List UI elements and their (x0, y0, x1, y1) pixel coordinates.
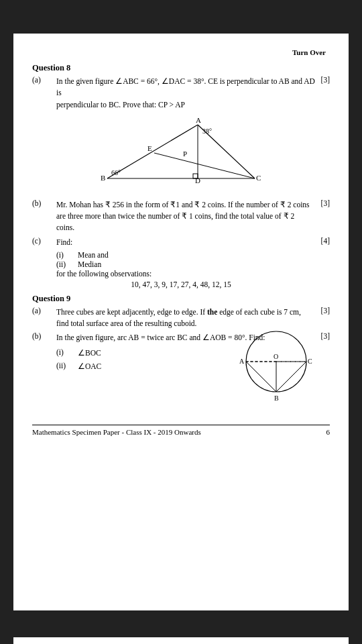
q9b-sub-ii-text: ∠OAC (78, 362, 216, 371)
footer-bar: Mathematics Specimen Paper - Class IX - … (32, 425, 330, 436)
triangle-figure: A B C D E P 38° 66° (32, 115, 330, 195)
svg-line-3 (154, 153, 255, 178)
q8c-row: (c) Find: [4] (32, 237, 330, 248)
question-9-title: Question 9 (32, 294, 330, 304)
label-P: P (183, 150, 187, 158)
q8c-sub-iii-text: for the following observations: (56, 270, 152, 278)
q9b-sub-ii-label: (ii) (56, 362, 78, 370)
q9a-text3: find total surface area of the resulting… (56, 319, 196, 327)
q8c-mark: [4] (316, 237, 330, 245)
q9a-label: (a) (32, 307, 56, 315)
q8c-observations: 10, 47, 3, 9, 17, 27, 4, 48, 12, 15 (32, 280, 330, 288)
q8a-text2: perpendicular to BC. Prove that: CP > AP (56, 101, 185, 109)
q8c-sub-ii-text: Median (78, 260, 330, 268)
page-1: Turn Over Question 8 (a) In the given fi… (13, 34, 349, 610)
q8c-content: Find: (56, 237, 316, 248)
circle-svg: O A C B (223, 327, 330, 407)
angle-38: 38° (202, 127, 212, 135)
q8a-content: In the given figure ∠ABC = 66°, ∠DAC = 3… (56, 76, 316, 111)
q8b-label: (b) (32, 199, 56, 207)
q8b-mark: [3] (316, 199, 330, 207)
angle-66: 66° (111, 169, 121, 176)
top-bar (0, 0, 362, 27)
circle-figure: O A C B (223, 327, 330, 410)
label-E: E (147, 144, 152, 152)
q8c-sub-i-text: Mean and (78, 251, 330, 259)
q8a-label: (a) (32, 76, 56, 84)
label-B: B (274, 394, 279, 402)
q8b-content: Mr. Mohan has ₹ 256 in the form of ₹1 an… (56, 199, 316, 234)
q9b-label: (b) (32, 332, 56, 340)
label-C: C (308, 358, 312, 365)
q8b-text2: are three more than twice the number of … (56, 212, 294, 220)
q9b-sub-i: (i) ∠BOC (56, 348, 216, 358)
q8c-label: (c) (32, 237, 56, 245)
question-8-title: Question 8 (32, 63, 330, 73)
footer-text: Mathematics Specimen Paper - Class IX - … (32, 428, 201, 436)
q8c-sub-ii-label: (ii) (56, 260, 78, 268)
q8c-sub-i: (i) Mean and (56, 251, 330, 259)
middle-bar (0, 610, 362, 637)
svg-line-7 (246, 362, 276, 392)
q8c-text1: Find: (56, 238, 72, 246)
label-B: B (101, 174, 105, 182)
triangle-svg: A B C D E P 38° 66° (94, 115, 268, 195)
q8b-text1: Mr. Mohan has ₹ 256 in the form of ₹1 an… (56, 201, 310, 209)
q8a-row: (a) In the given figure ∠ABC = 66°, ∠DAC… (32, 76, 330, 111)
turn-over: Turn Over (32, 46, 330, 58)
q8a-text1: In the given figure ∠ABC = 66°, ∠DAC = 3… (56, 77, 315, 97)
label-A: A (196, 116, 201, 124)
q9a-text2: edge of each cube is 7 cm, (219, 308, 301, 316)
q9b-sub-i-text: ∠BOC (78, 348, 216, 358)
q9b-sub-and-circle: (i) ∠BOC (ii) ∠OAC (56, 347, 330, 410)
footer-page: 6 (326, 428, 330, 436)
q9b-sub-i-label: (i) (56, 348, 78, 356)
q8c-sub-i-label: (i) (56, 251, 78, 259)
q8b-text3: coins. (56, 223, 74, 231)
label-A: A (239, 358, 245, 365)
q8c-sub-iii: for the following observations: (56, 270, 330, 278)
q9b-subs: (i) ∠BOC (ii) ∠OAC (56, 347, 216, 410)
label-C: C (256, 174, 261, 182)
svg-line-11 (276, 362, 306, 392)
page-2: (c) Solve graphically the following syst… (13, 637, 349, 644)
q9b-sub-ii: (ii) ∠OAC (56, 362, 216, 371)
q8b-row: (b) Mr. Mohan has ₹ 256 in the form of ₹… (32, 199, 330, 234)
q8c-sub-ii: (ii) Median (56, 260, 330, 268)
label-O: O (274, 353, 278, 360)
q9a-mark: [3] (316, 307, 330, 315)
q9a-bold: the (207, 308, 217, 316)
q8a-mark: [3] (316, 76, 330, 84)
label-D: D (195, 176, 200, 184)
q9a-text1: Three cubes are kept adjacently, edge to… (56, 308, 205, 316)
